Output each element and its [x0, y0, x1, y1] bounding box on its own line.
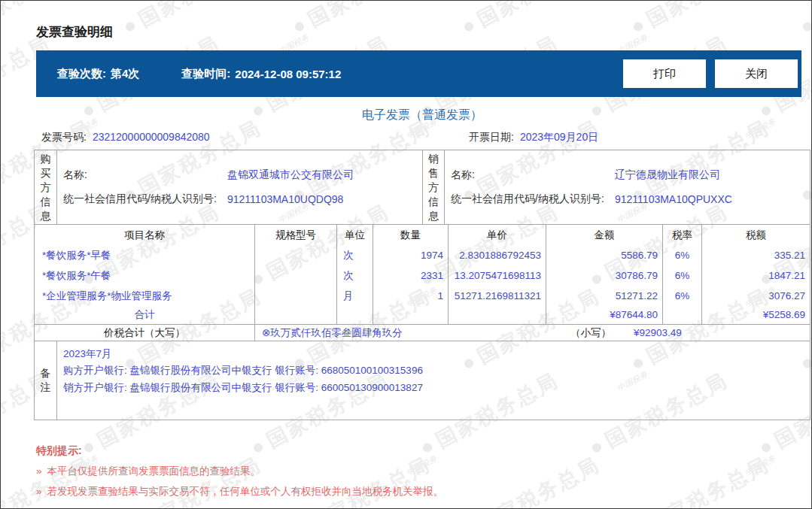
remark-line: 购方开户银行: 盘锦银行股份有限公司中银支行 银行账号: 66805010010…: [63, 362, 810, 380]
tax-total-small-label: （小写）: [570, 327, 611, 338]
item-cell-amount: 5586.79: [546, 245, 663, 265]
buyer-name-value: 盘锦双通城市公交有限公司: [227, 168, 354, 182]
item-cell-unit: 次: [337, 245, 373, 265]
item-row: *企业管理服务*物业管理服务月151271.216981132151271.22…: [35, 286, 810, 306]
total-spec-cell: [255, 306, 337, 324]
item-cell-tax: 1847.21: [702, 265, 810, 286]
tax-total-small-group: （小写）¥92903.49: [570, 325, 682, 341]
items-total-row: 合计 ¥87644.80 ¥5258.69: [35, 306, 810, 324]
print-button[interactable]: 打印: [623, 59, 706, 88]
item-row: *餐饮服务*午餐次233113.207547169811330786.796%1…: [35, 265, 810, 286]
item-cell-rate: 6%: [663, 265, 702, 286]
header-qty: 数量: [373, 225, 449, 245]
item-cell-amount: 30786.79: [546, 265, 663, 286]
total-qty-cell: [373, 306, 449, 324]
invoice-date-group: 开票日期:2023年09月20日: [469, 131, 598, 144]
buyer-side-column: 购买方信息: [35, 150, 57, 224]
remark-box: 备注 2023年7月购方开户银行: 盘锦银行股份有限公司中银支行 银行账号: 6…: [34, 341, 810, 420]
party-info-box: 购买方信息 名称: 盘锦双通城市公交有限公司 统一社会信用代码/纳税人识别号: …: [34, 150, 810, 225]
check-time-value: 2024-12-08 09:57:12: [235, 68, 341, 80]
item-cell-name: *企业管理服务*物业管理服务: [35, 286, 255, 306]
item-cell-spec: [255, 245, 337, 265]
total-label: 合计: [35, 306, 255, 324]
invoice-number-label: 发票号码:: [41, 131, 87, 143]
item-row: *餐饮服务*早餐次19742.83018867924535586.796%335…: [35, 245, 810, 265]
item-cell-price: 13.2075471698113: [449, 265, 546, 286]
item-cell-rate: 6%: [663, 245, 702, 265]
buyer-fields: 名称: 盘锦双通城市公交有限公司 统一社会信用代码/纳税人识别号: 912111…: [57, 150, 422, 224]
seller-taxid-row: 统一社会信用代码/纳税人识别号: 91211103MA10QPUXXC: [451, 187, 810, 211]
check-time-label: 查验时间:: [181, 67, 230, 81]
seller-side-column: 销售方信息: [422, 150, 445, 224]
invoice-meta-row: 发票号码:23212000000009842080 开票日期:2023年09月2…: [34, 123, 810, 150]
item-cell-qty: 1: [373, 286, 449, 306]
invoice-number-group: 发票号码:23212000000009842080: [41, 131, 210, 144]
total-price-cell: [449, 306, 546, 324]
close-button[interactable]: 关闭: [715, 59, 798, 88]
invoice-check-page: 国家税务总局中国税务国家税务总局国家税务总局中国税务国家税务总局国家税务总局中国…: [0, 0, 812, 509]
seller-name-row: 名称: 辽宁德晟物业有限公司: [451, 163, 810, 187]
items-header-row: 项目名称 规格型号 单位 数量 单价 金额 税率 税额: [35, 225, 810, 245]
special-notice: 特别提示: »本平台仅提供所查询发票票面信息的查验结果。»若发现发票查验结果与实…: [36, 444, 810, 498]
item-cell-qty: 1974: [373, 245, 449, 265]
remark-line: 销方开户银行: 盘锦银行股份有限公司中银支行 银行账号: 66005013090…: [63, 380, 810, 397]
tax-total-label: 价税合计（大写）: [35, 325, 255, 341]
item-cell-qty: 2331: [373, 265, 449, 286]
check-info-bar: 查验次数: 第4次 查验时间: 2024-12-08 09:57:12 打印 关…: [36, 50, 801, 97]
remark-side-column: 备注: [35, 341, 57, 420]
notice-bullet-icon: »: [36, 486, 42, 497]
item-cell-spec: [255, 265, 337, 286]
buyer-taxid-label: 统一社会信用代码/纳税人识别号:: [63, 192, 227, 206]
item-cell-tax: 3076.27: [702, 286, 810, 306]
buyer-side-label: 购买方信息: [40, 152, 52, 223]
buyer-taxid-value: 91211103MA10UQDQ98: [227, 193, 343, 205]
notice-bullet-icon: »: [36, 465, 42, 477]
item-cell-unit: 月: [337, 286, 373, 306]
invoice-date-label: 开票日期:: [469, 131, 514, 143]
seller-fields: 名称: 辽宁德晟物业有限公司 统一社会信用代码/纳税人识别号: 91211103…: [445, 150, 810, 224]
header-rate: 税率: [663, 225, 702, 245]
item-cell-unit: 次: [337, 265, 373, 286]
item-cell-price: 2.8301886792453: [449, 245, 546, 265]
header-amount: 金额: [546, 225, 663, 245]
header-spec: 规格型号: [255, 225, 337, 245]
buyer-taxid-row: 统一社会信用代码/纳税人识别号: 91211103MA10UQDQ98: [63, 187, 422, 211]
total-amount-value: ¥87644.80: [546, 306, 663, 324]
invoice-type-title: 电子发票（普通发票）: [34, 108, 810, 123]
check-count-value: 第4次: [111, 67, 139, 81]
item-cell-tax: 335.21: [702, 245, 810, 265]
total-tax-value: ¥5258.69: [702, 306, 810, 324]
notice-item: »本平台仅提供所查询发票票面信息的查验结果。: [36, 465, 810, 478]
buyer-name-label: 名称:: [63, 168, 227, 182]
invoice-date-value: 2023年09月20日: [520, 131, 598, 143]
notice-title: 特别提示:: [36, 444, 810, 458]
tax-total-capital: ⊗玖万贰仟玖佰零叁圆肆角玖分: [262, 327, 403, 338]
item-cell-price: 51271.2169811321: [449, 286, 546, 306]
item-cell-rate: 6%: [663, 286, 702, 306]
items-table: 项目名称 规格型号 单位 数量 单价 金额 税率 税额 *餐饮服务*早餐次197…: [34, 225, 810, 325]
page-title: 发票查验明细: [36, 23, 810, 41]
item-cell-name: *餐饮服务*午餐: [35, 265, 255, 286]
header-tax: 税额: [702, 225, 810, 245]
item-cell-spec: [255, 286, 337, 306]
items-table-head: 项目名称 规格型号 单位 数量 单价 金额 税率 税额: [35, 225, 810, 245]
seller-taxid-label: 统一社会信用代码/纳税人识别号:: [451, 192, 615, 206]
tax-total-right: ⊗玖万贰仟玖佰零叁圆肆角玖分 （小写）¥92903.49: [255, 325, 810, 341]
seller-name-label: 名称:: [451, 168, 615, 182]
tax-total-small-value: ¥92903.49: [634, 327, 682, 338]
notice-item: »若发现发票查验结果与实际交易不符，任何单位或个人有权拒收并向当地税务机关举报。: [36, 485, 810, 498]
item-cell-amount: 51271.22: [546, 286, 663, 306]
invoice-number-value: 23212000000009842080: [93, 131, 210, 143]
seller-taxid-value: 91211103MA10QPUXXC: [615, 193, 732, 205]
notice-item-text: 本平台仅提供所查询发票票面信息的查验结果。: [47, 465, 261, 477]
items-tbody: *餐饮服务*早餐次19742.83018867924535586.796%335…: [35, 245, 810, 306]
item-cell-name: *餐饮服务*早餐: [35, 245, 255, 265]
seller-side-label: 销售方信息: [427, 152, 439, 223]
check-count-label: 查验次数:: [57, 67, 106, 81]
items-total-body: 合计 ¥87644.80 ¥5258.69: [35, 306, 810, 324]
tax-total-row: 价税合计（大写） ⊗玖万贰仟玖佰零叁圆肆角玖分 （小写）¥92903.49: [34, 325, 810, 341]
header-unit: 单位: [337, 225, 373, 245]
notice-item-text: 若发现发票查验结果与实际交易不符，任何单位或个人有权拒收并向当地税务机关举报。: [47, 486, 444, 497]
remark-content: 2023年7月购方开户银行: 盘锦银行股份有限公司中银支行 银行账号: 6680…: [57, 341, 810, 420]
remark-line: 2023年7月: [63, 346, 810, 363]
